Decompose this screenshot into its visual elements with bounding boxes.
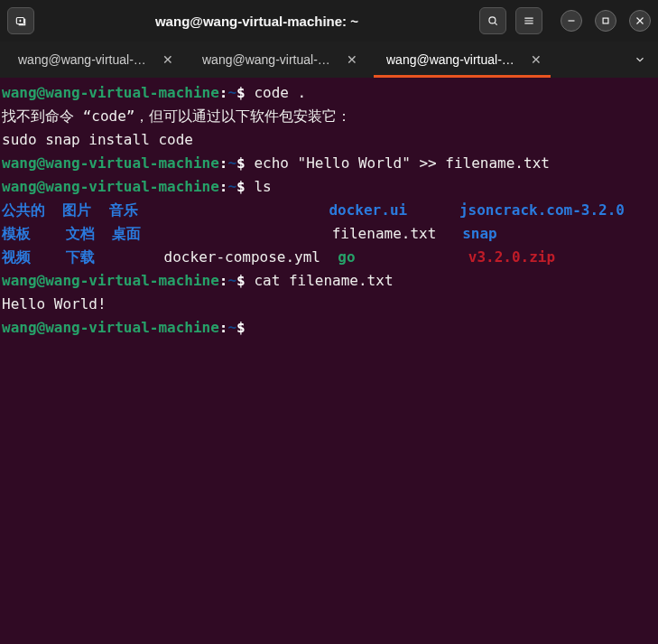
tab-1[interactable]: wang@wang-virtual-m... ✕ bbox=[2, 42, 186, 78]
tab-label: wang@wang-virtual-m... bbox=[386, 52, 522, 67]
close-icon[interactable]: ✕ bbox=[347, 52, 357, 67]
close-icon[interactable]: ✕ bbox=[531, 52, 542, 67]
terminal-line: wang@wang-virtual-machine:~$ cat filenam… bbox=[2, 269, 654, 293]
ls-row: 模板 文档 桌面 filename.txt snap bbox=[2, 222, 654, 246]
terminal-line: 找不到命令 “code”，但可以通过以下软件包安装它： bbox=[2, 105, 654, 128]
new-tab-button[interactable] bbox=[7, 7, 34, 34]
titlebar: wang@wang-virtual-machine: ~ bbox=[0, 0, 658, 42]
terminal-line: Hello World! bbox=[2, 293, 654, 316]
tab-label: wang@wang-virtual-m... bbox=[18, 52, 153, 67]
close-icon[interactable]: ✕ bbox=[162, 52, 173, 67]
minimize-button[interactable] bbox=[561, 10, 582, 32]
tabs-overflow-button[interactable] bbox=[622, 42, 658, 78]
terminal-line: wang@wang-virtual-machine:~$ echo "Hello… bbox=[2, 152, 654, 175]
terminal-line: sudo snap install code bbox=[2, 128, 654, 152]
terminal-line: wang@wang-virtual-machine:~$ bbox=[2, 316, 654, 340]
maximize-button[interactable] bbox=[595, 10, 616, 32]
tabbar: wang@wang-virtual-m... ✕ wang@wang-virtu… bbox=[0, 42, 658, 78]
terminal-line: wang@wang-virtual-machine:~$ ls bbox=[2, 175, 654, 199]
search-button[interactable] bbox=[479, 7, 506, 34]
svg-point-1 bbox=[489, 17, 496, 23]
tab-2[interactable]: wang@wang-virtual-m... ✕ bbox=[186, 42, 370, 78]
menu-button[interactable] bbox=[515, 7, 542, 34]
terminal[interactable]: wang@wang-virtual-machine:~$ code .找不到命令… bbox=[0, 78, 658, 644]
tab-label: wang@wang-virtual-m... bbox=[202, 52, 338, 67]
window-title: wang@wang-virtual-machine: ~ bbox=[38, 14, 476, 29]
close-button[interactable] bbox=[629, 10, 651, 32]
tab-3[interactable]: wang@wang-virtual-m... ✕ bbox=[370, 42, 554, 78]
terminal-line: wang@wang-virtual-machine:~$ code . bbox=[2, 81, 654, 105]
ls-row: 视频 下载 docker-compose.yml go v3.2.0.zip bbox=[2, 246, 654, 269]
svg-rect-2 bbox=[603, 18, 608, 23]
ls-row: 公共的 图片 音乐 docker.ui jsoncrack.com-3.2.0 bbox=[2, 199, 654, 222]
